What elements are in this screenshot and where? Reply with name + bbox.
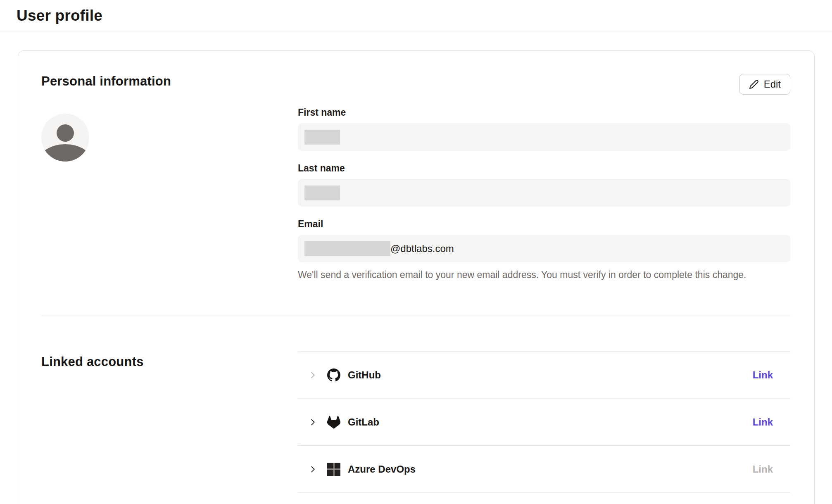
personal-info-body: First name Last name Email @dbtlabs.com … <box>41 107 790 281</box>
gitlab-link-action[interactable]: Link <box>753 416 773 428</box>
last-name-input[interactable] <box>298 179 790 207</box>
linked-account-row-azure-devops: Azure DevOps Link <box>298 446 790 493</box>
profile-card: Personal information Edit First name <box>18 50 815 504</box>
person-icon <box>41 144 89 162</box>
personal-info-header: Personal information Edit <box>41 74 790 95</box>
github-icon <box>327 368 340 382</box>
redacted-email-local-part <box>304 241 390 256</box>
linked-account-row-gitlab: GitLab Link <box>298 399 790 446</box>
email-input[interactable]: @dbtlabs.com <box>298 235 790 262</box>
gitlab-icon <box>327 416 340 429</box>
linked-accounts-list: GitHub Link GitLab Link <box>298 351 790 493</box>
chevron-right-icon[interactable] <box>308 465 317 474</box>
avatar <box>41 114 89 162</box>
linked-account-name: GitHub <box>348 369 381 381</box>
linked-account-row-github: GitHub Link <box>298 352 790 399</box>
chevron-right-icon[interactable] <box>308 418 317 427</box>
edit-button-label: Edit <box>764 78 781 90</box>
chevron-right-icon[interactable] <box>308 371 317 380</box>
github-link-action[interactable]: Link <box>753 369 773 381</box>
avatar-column <box>41 107 298 281</box>
section-divider <box>41 316 790 316</box>
linked-account-name: Azure DevOps <box>348 464 416 475</box>
email-field-group: Email @dbtlabs.com We'll send a verifica… <box>298 219 790 281</box>
email-helper-text: We'll send a verification email to your … <box>298 269 790 281</box>
first-name-input[interactable] <box>298 123 790 151</box>
azure-devops-link-action: Link <box>753 464 773 475</box>
page-title: User profile <box>17 7 102 24</box>
linked-accounts-section: Linked accounts GitHub Link <box>41 351 790 493</box>
linked-accounts-heading-column: Linked accounts <box>41 351 298 493</box>
redacted-last-name-value <box>304 185 340 200</box>
first-name-field-group: First name <box>298 107 790 151</box>
pencil-icon <box>749 79 759 89</box>
last-name-field-group: Last name <box>298 163 790 207</box>
person-icon <box>57 124 74 142</box>
linked-account-name: GitLab <box>348 416 379 428</box>
email-label: Email <box>298 219 790 230</box>
email-domain-text: @dbtlabs.com <box>390 243 454 254</box>
first-name-label: First name <box>298 107 790 118</box>
last-name-label: Last name <box>298 163 790 174</box>
edit-button[interactable]: Edit <box>739 74 790 95</box>
redacted-first-name-value <box>304 130 340 145</box>
personal-info-heading: Personal information <box>41 74 171 89</box>
page-header: User profile <box>0 0 832 31</box>
personal-info-form: First name Last name Email @dbtlabs.com … <box>298 107 790 281</box>
azure-devops-icon <box>327 463 340 476</box>
linked-accounts-heading: Linked accounts <box>41 354 298 369</box>
